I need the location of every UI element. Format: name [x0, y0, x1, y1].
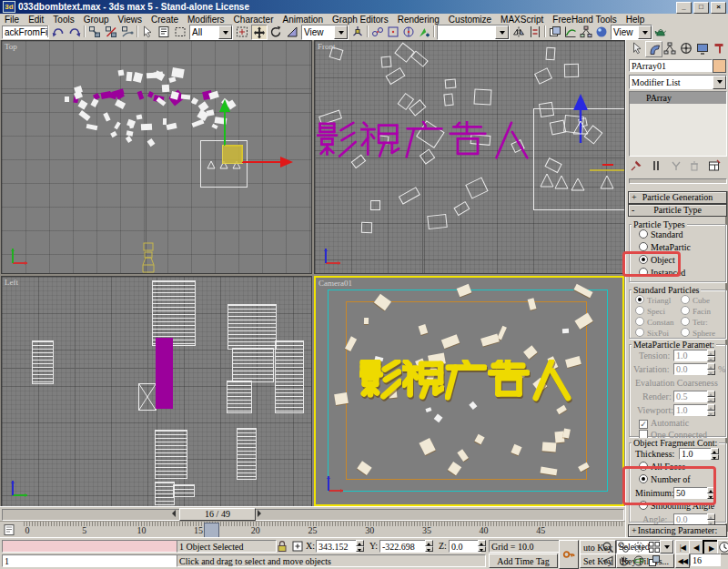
rollout-particle-type[interactable]: -Particle Type	[628, 204, 727, 217]
history-field[interactable]: ackFromFiv	[2, 25, 49, 39]
radio-triangl[interactable]: Triangl	[635, 295, 671, 305]
rollout-particle-generation[interactable]: +Particle Generation	[628, 191, 727, 204]
pan-button[interactable]	[616, 554, 631, 567]
viewport-field[interactable]: 1.0	[673, 404, 710, 416]
min-max-toggle-button[interactable]	[647, 554, 662, 567]
rectangular-selection-region-button[interactable]	[173, 25, 187, 38]
select-and-rotate-button[interactable]	[268, 25, 283, 38]
x-field[interactable]: 343.152	[316, 540, 359, 553]
menu-help[interactable]: Help	[622, 15, 650, 25]
menu-edit[interactable]: Edit	[24, 15, 48, 25]
frame-number-field[interactable]: 16	[690, 554, 721, 566]
menu-views[interactable]: Views	[114, 15, 147, 25]
zoom-button[interactable]	[601, 540, 615, 554]
select-object-button[interactable]	[140, 25, 155, 38]
tension-field-spinner[interactable]	[707, 350, 715, 361]
macro-recorder-field[interactable]	[2, 540, 178, 553]
track-bar[interactable]: 051015202530354045	[0, 521, 625, 538]
menu-freehand-tools[interactable]: FreeHand Tools	[548, 15, 621, 25]
radio-facin[interactable]: Facin	[681, 306, 711, 316]
align-button[interactable]	[528, 25, 542, 38]
menu-maxscript[interactable]: MAXScript	[496, 15, 548, 25]
menu-customize[interactable]: Customize	[444, 15, 496, 25]
quick-render-button[interactable]	[653, 25, 668, 38]
prev-frame-button[interactable]: ◀|	[689, 540, 703, 554]
tab-hierarchy[interactable]	[662, 41, 677, 56]
unlink-selection-button[interactable]	[104, 25, 118, 38]
viewport-front[interactable]: Front	[314, 40, 625, 274]
use-pivot-point-button[interactable]	[350, 25, 365, 38]
radio-standard[interactable]: Standard	[639, 229, 683, 239]
tab-utilities[interactable]	[711, 41, 726, 56]
reference-coordinate-dropdown[interactable]: View	[301, 25, 349, 40]
menu-animation[interactable]: Animation	[278, 15, 328, 25]
configure-button[interactable]	[707, 158, 722, 172]
mirror-button[interactable]	[511, 25, 526, 38]
field-of-view-button[interactable]	[601, 554, 615, 567]
radio-sixpoi[interactable]: SixPoi	[635, 328, 669, 338]
curve-editor-button[interactable]	[563, 25, 578, 38]
arc-rotate-button[interactable]	[632, 554, 646, 567]
render-type-dropdown[interactable]: View	[611, 25, 652, 40]
menu-file[interactable]: File	[0, 15, 24, 25]
radio-icon[interactable]	[639, 229, 648, 239]
selection-lock-toggle[interactable]	[275, 539, 289, 553]
z-field[interactable]: 0.0	[449, 540, 481, 553]
viewport-camera[interactable]: Camera01	[314, 276, 624, 506]
viewport-left[interactable]: Left	[1, 276, 312, 507]
time-slider-handle[interactable]: 16 / 49	[179, 508, 256, 521]
viewport-top[interactable]: Top	[1, 40, 312, 274]
object-name-field[interactable]: PArray01	[629, 59, 713, 72]
variation-field-spinner[interactable]	[707, 363, 715, 375]
use-transform-center-button[interactable]	[386, 25, 400, 38]
dropdown-arrow-icon[interactable]	[495, 25, 509, 39]
mini-listener-icon[interactable]	[3, 523, 15, 538]
radio-speci[interactable]: Speci	[635, 306, 665, 316]
material-editor-button[interactable]	[594, 25, 609, 38]
time-slider-track[interactable]	[2, 509, 624, 521]
undo-button[interactable]	[51, 25, 66, 38]
axis-constraint-button[interactable]	[401, 25, 416, 38]
dropdown-arrow-icon[interactable]	[334, 25, 348, 39]
radio-sphere[interactable]: Sphere	[681, 328, 715, 338]
listener-field[interactable]: 1	[2, 554, 178, 567]
select-and-move-button[interactable]	[251, 25, 268, 40]
named-selection-dropdown[interactable]	[437, 25, 510, 40]
dropdown-arrow-icon[interactable]	[218, 25, 232, 39]
modifier-list-dropdown[interactable]: Modifier List	[629, 75, 727, 89]
radio-constan[interactable]: Constan	[635, 317, 674, 327]
menu-tools[interactable]: Tools	[48, 15, 78, 25]
bind-to-spacewarp-button[interactable]	[120, 25, 135, 38]
menu-modifiers[interactable]: Modifiers	[183, 15, 229, 25]
y-field[interactable]: -322.698	[379, 540, 429, 553]
camera-object-icon[interactable]	[138, 241, 158, 274]
add-time-tag-button[interactable]: Add Time Tag	[489, 554, 558, 568]
goto-start-button[interactable]: |◀	[675, 540, 690, 554]
key-mode-toggle[interactable]: ◀◀	[675, 554, 690, 568]
tab-create[interactable]	[629, 41, 644, 56]
radio-icon[interactable]	[639, 242, 648, 251]
window-crossing-toggle[interactable]	[235, 25, 249, 38]
rollout-instancing-parameters[interactable]: +Instancing Parameter:	[628, 524, 727, 537]
select-by-name-button[interactable]	[157, 25, 171, 38]
close-button[interactable]: ×	[711, 2, 726, 14]
menu-create[interactable]: Create	[147, 15, 183, 25]
zoom-extents-all-button[interactable]	[647, 540, 662, 554]
remove-modifier-button[interactable]	[687, 158, 702, 172]
select-and-scale-button[interactable]	[285, 25, 299, 38]
zoom-extents-button[interactable]	[632, 540, 646, 554]
dropdown-arrow-icon[interactable]	[638, 25, 652, 39]
variation-field[interactable]: 0.0	[673, 363, 710, 375]
x-field-spinner[interactable]	[356, 540, 364, 552]
set-keys-button[interactable]	[559, 540, 579, 569]
checkbox-automatic[interactable]: ✓Automatic	[639, 418, 689, 429]
redo-button[interactable]	[67, 25, 82, 38]
selection-filter-dropdown[interactable]: All	[189, 25, 233, 40]
minimize-button[interactable]: _	[676, 2, 692, 14]
dropdown-arrow-icon[interactable]	[713, 76, 726, 89]
tab-motion[interactable]	[678, 41, 693, 56]
render-field[interactable]: 0.5	[673, 391, 710, 402]
thickness-field[interactable]: 1.0	[679, 448, 713, 460]
tension-field[interactable]: 1.0	[673, 350, 710, 361]
time-slider-prev-arrow[interactable]	[168, 510, 176, 517]
